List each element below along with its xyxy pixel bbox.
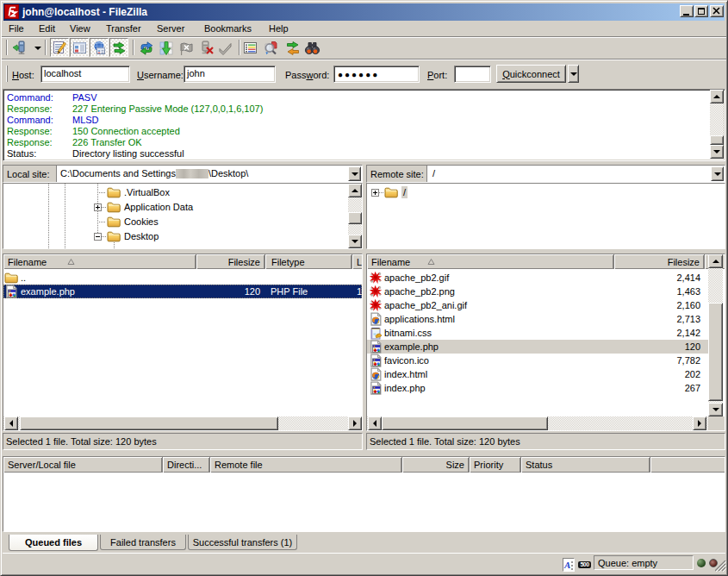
svg-text:A: A — [563, 560, 570, 570]
